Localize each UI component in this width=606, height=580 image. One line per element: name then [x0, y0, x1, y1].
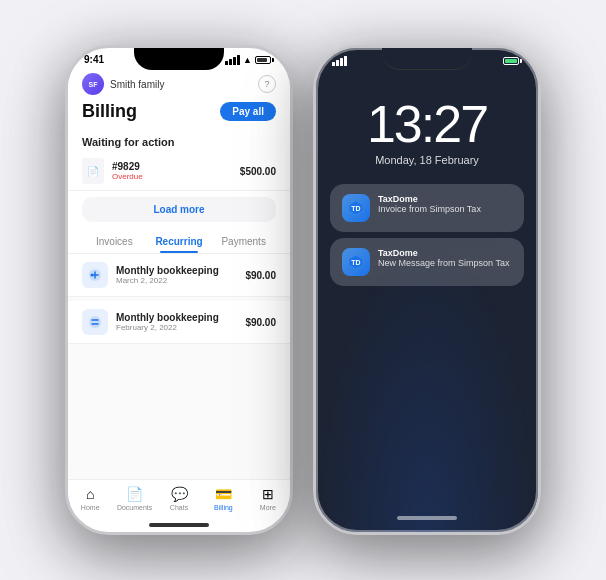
nav-documents[interactable]: 📄 Documents [112, 486, 156, 511]
recurring-item-1[interactable]: Monthly bookkeeping March 2, 2022 $90.00 [68, 254, 290, 297]
time-display: 9:41 [84, 54, 104, 65]
tab-payments[interactable]: Payments [211, 228, 276, 253]
user-name: Smith family [110, 79, 164, 90]
nav-billing-label: Billing [214, 504, 233, 511]
battery-icon [255, 56, 274, 64]
billing-row: Billing Pay all [82, 101, 276, 122]
nav-more-label: More [260, 504, 276, 511]
recurring-amount-1: $90.00 [245, 270, 276, 281]
date-display: Monday, 18 February [316, 154, 538, 166]
recurring-name-2: Monthly bookkeeping [116, 312, 219, 323]
tab-recurring[interactable]: Recurring [147, 228, 212, 253]
pay-all-button[interactable]: Pay all [220, 102, 276, 121]
signal-icon-right [332, 56, 347, 66]
home-bar-left [149, 523, 209, 527]
tab-invoices[interactable]: Invoices [82, 228, 147, 253]
svg-text:TD: TD [351, 259, 360, 266]
notif-app-1: TaxDome [378, 194, 481, 204]
invoice-details: #9829 Overdue [112, 161, 143, 181]
invoice-number: #9829 [112, 161, 143, 172]
clock-display: 13:27 [316, 98, 538, 150]
notch-right [382, 48, 472, 70]
svg-text:TD: TD [351, 205, 360, 212]
notification-1: TD TaxDome Invoice from Simpson Tax [330, 184, 524, 232]
recurring-list: Monthly bookkeeping March 2, 2022 $90.00 [68, 254, 290, 479]
nav-documents-label: Documents [117, 504, 152, 511]
wifi-icon: ▲ [243, 55, 252, 65]
recurring-item-2[interactable]: Monthly bookkeeping February 2, 2022 $90… [68, 301, 290, 344]
notification-2: TD TaxDome New Message from Simpson Tax [330, 238, 524, 286]
recurring-icon-2 [82, 309, 108, 335]
battery-icon-right [503, 57, 522, 65]
home-icon: ⌂ [80, 486, 100, 502]
billing-title: Billing [82, 101, 137, 122]
notch [134, 48, 224, 70]
right-phone: ▲ 13:27 Monday, 18 February TD TaxDome I… [313, 45, 541, 535]
app-header: SF Smith family ? Billing Pay all [68, 67, 290, 128]
user-row: SF Smith family ? [82, 73, 276, 95]
notif-message-1: Invoice from Simpson Tax [378, 204, 481, 214]
load-more-button[interactable]: Load more [82, 197, 276, 222]
left-phone: 9:41 ▲ SF Smith family [65, 45, 293, 535]
lock-time-display: 13:27 Monday, 18 February [316, 68, 538, 172]
recurring-name-1: Monthly bookkeeping [116, 265, 219, 276]
signal-bars-icon [225, 55, 240, 65]
notif-logo-2: TD [342, 248, 370, 276]
waiting-section-title: Waiting for action [68, 128, 290, 152]
recurring-icon-1 [82, 262, 108, 288]
svg-point-2 [89, 316, 101, 328]
user-info: SF Smith family [82, 73, 164, 95]
chats-icon: 💬 [169, 486, 189, 502]
tabs: Invoices Recurring Payments [68, 228, 290, 254]
invoice-status: Overdue [112, 172, 143, 181]
more-icon: ⊞ [258, 486, 278, 502]
recurring-left-1: Monthly bookkeeping March 2, 2022 [82, 262, 219, 288]
notifications-list: TD TaxDome Invoice from Simpson Tax TD T… [316, 172, 538, 286]
notif-content-2: TaxDome New Message from Simpson Tax [378, 248, 509, 268]
recurring-details-2: Monthly bookkeeping February 2, 2022 [116, 312, 219, 332]
document-icon: 📄 [82, 158, 104, 184]
avatar: SF [82, 73, 104, 95]
billing-nav-icon: 💳 [213, 486, 233, 502]
nav-home[interactable]: ⌂ Home [68, 486, 112, 511]
nav-billing[interactable]: 💳 Billing [201, 486, 245, 511]
bottom-nav: ⌂ Home 📄 Documents 💬 Chats 💳 Billing ⊞ M… [68, 479, 290, 519]
invoice-item: 📄 #9829 Overdue $500.00 [68, 152, 290, 191]
notif-app-2: TaxDome [378, 248, 509, 258]
notif-logo-1: TD [342, 194, 370, 222]
recurring-date-2: February 2, 2022 [116, 323, 219, 332]
nav-home-label: Home [81, 504, 100, 511]
status-icons: ▲ [225, 55, 274, 65]
help-icon[interactable]: ? [258, 75, 276, 93]
notif-content-1: TaxDome Invoice from Simpson Tax [378, 194, 481, 214]
invoice-amount: $500.00 [240, 166, 276, 177]
screen-content-left: SF Smith family ? Billing Pay all Waitin… [68, 67, 290, 529]
recurring-left-2: Monthly bookkeeping February 2, 2022 [82, 309, 219, 335]
notif-message-2: New Message from Simpson Tax [378, 258, 509, 268]
recurring-details-1: Monthly bookkeeping March 2, 2022 [116, 265, 219, 285]
home-bar-right [397, 516, 457, 520]
nav-chats[interactable]: 💬 Chats [157, 486, 201, 511]
recurring-amount-2: $90.00 [245, 317, 276, 328]
recurring-date-1: March 2, 2022 [116, 276, 219, 285]
nav-more[interactable]: ⊞ More [246, 486, 290, 511]
invoice-left: 📄 #9829 Overdue [82, 158, 143, 184]
documents-icon: 📄 [125, 486, 145, 502]
nav-chats-label: Chats [170, 504, 188, 511]
svg-point-1 [91, 274, 94, 277]
